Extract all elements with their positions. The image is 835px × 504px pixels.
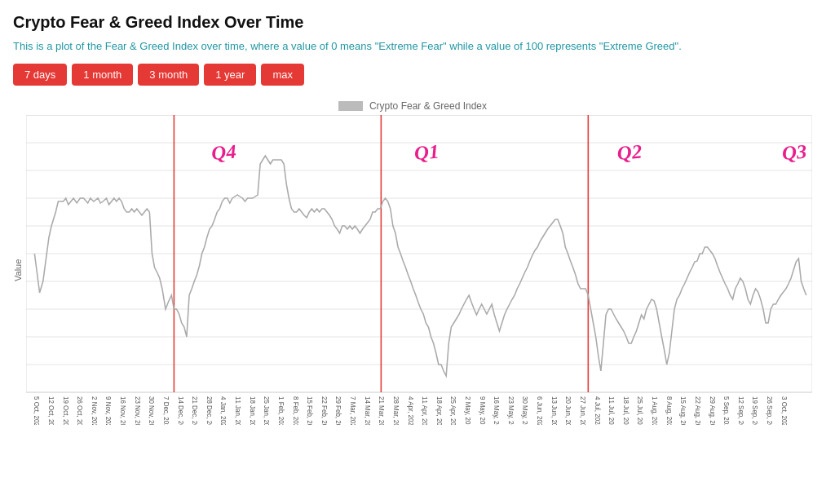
svg-text:2 Nov, 2023: 2 Nov, 2023	[91, 396, 98, 425]
chart-legend: Crypto Fear & Greed Index	[13, 100, 812, 112]
svg-text:12 Oct, 2023: 12 Oct, 2023	[47, 396, 55, 425]
svg-text:27 Jun, 2024: 27 Jun, 2024	[579, 396, 586, 425]
svg-text:14 Mar, 2024: 14 Mar, 2024	[364, 396, 371, 425]
svg-text:7 Mar, 2024: 7 Mar, 2024	[349, 396, 356, 425]
svg-text:8 Aug, 2024: 8 Aug, 2024	[665, 396, 673, 425]
chart-area: Value 0 10 20	[13, 115, 812, 428]
btn-1year[interactable]: 1 year	[204, 64, 256, 86]
svg-text:4 Jul, 2024: 4 Jul, 2024	[594, 396, 601, 425]
btn-max[interactable]: max	[261, 64, 304, 86]
svg-text:2 May, 2024: 2 May, 2024	[464, 396, 471, 425]
svg-text:23 May, 2024: 23 May, 2024	[507, 396, 515, 425]
svg-text:6 Jun, 2024: 6 Jun, 2024	[536, 396, 543, 425]
svg-text:16 Nov, 2023: 16 Nov, 2023	[119, 396, 126, 425]
svg-text:19 Sep, 2024: 19 Sep, 2024	[751, 396, 758, 425]
svg-text:26 Oct, 2023: 26 Oct, 2023	[76, 396, 83, 425]
svg-text:Q4: Q4	[210, 140, 237, 164]
btn-3month[interactable]: 3 month	[138, 64, 199, 86]
svg-text:28 Mar, 2024: 28 Mar, 2024	[392, 396, 400, 425]
y-axis-label: Value	[13, 115, 23, 425]
btn-1month[interactable]: 1 month	[72, 64, 133, 86]
svg-text:29 Feb, 2024: 29 Feb, 2024	[334, 396, 342, 425]
btn-7days[interactable]: 7 days	[13, 64, 67, 86]
svg-text:18 Apr, 2024: 18 Apr, 2024	[435, 396, 443, 425]
chart-container: Crypto Fear & Greed Index Value	[13, 100, 812, 443]
svg-text:25 Jan, 2024: 25 Jan, 2024	[263, 396, 270, 425]
svg-text:1 Feb, 2024: 1 Feb, 2024	[277, 396, 285, 425]
svg-text:11 Apr, 2024: 11 Apr, 2024	[421, 396, 428, 425]
svg-text:7 Dec, 2023: 7 Dec, 2023	[162, 396, 170, 425]
svg-text:21 Dec, 2023: 21 Dec, 2023	[191, 396, 198, 425]
legend-label: Crypto Fear & Greed Index	[369, 100, 487, 112]
svg-text:29 Aug, 2024: 29 Aug, 2024	[709, 396, 716, 425]
svg-text:Q3: Q3	[781, 140, 808, 164]
svg-text:1 Aug, 2024: 1 Aug, 2024	[651, 396, 658, 425]
svg-text:5 Oct, 2023: 5 Oct, 2023	[33, 396, 40, 425]
legend-box	[338, 101, 363, 111]
svg-text:21 Mar, 2024: 21 Mar, 2024	[378, 396, 385, 425]
svg-text:15 Aug, 2024: 15 Aug, 2024	[679, 396, 687, 425]
svg-text:25 Apr, 2024: 25 Apr, 2024	[449, 396, 457, 425]
svg-text:25 Jul, 2024: 25 Jul, 2024	[636, 396, 643, 425]
svg-text:5 Sep, 2024: 5 Sep, 2024	[722, 396, 730, 425]
svg-text:Q2: Q2	[616, 140, 643, 164]
svg-text:3 Oct, 2024: 3 Oct, 2024	[780, 396, 788, 425]
svg-text:4 Apr, 2024: 4 Apr, 2024	[406, 396, 413, 425]
svg-text:26 Sep, 2024: 26 Sep, 2024	[766, 396, 773, 425]
svg-text:8 Feb, 2024: 8 Feb, 2024	[292, 396, 299, 425]
svg-text:28 Dec, 2023: 28 Dec, 2023	[205, 396, 213, 425]
svg-text:18 Jul, 2024: 18 Jul, 2024	[622, 396, 630, 425]
page-subtitle: This is a plot of the Fear & Greed Index…	[13, 40, 822, 52]
svg-text:30 Nov, 2023: 30 Nov, 2023	[148, 396, 155, 425]
time-range-buttons: 7 days 1 month 3 month 1 year max	[13, 64, 822, 86]
svg-text:30 May, 2024: 30 May, 2024	[521, 396, 528, 425]
page-title: Crypto Fear & Greed Index Over Time	[13, 13, 822, 32]
svg-text:22 Aug, 2024: 22 Aug, 2024	[694, 396, 701, 425]
svg-text:18 Jan, 2024: 18 Jan, 2024	[249, 396, 256, 425]
svg-text:16 May, 2024: 16 May, 2024	[493, 396, 500, 425]
svg-text:13 Jun, 2024: 13 Jun, 2024	[550, 396, 558, 425]
svg-text:4 Jan, 2024: 4 Jan, 2024	[219, 396, 227, 425]
svg-text:12 Sep, 2024: 12 Sep, 2024	[737, 396, 744, 425]
main-chart-svg: 0 10 20 30 40 50 60 70 80 90 100	[26, 115, 812, 425]
svg-text:14 Dec, 2023: 14 Dec, 2023	[177, 396, 184, 425]
svg-text:9 Nov, 2023: 9 Nov, 2023	[104, 396, 112, 425]
svg-text:Q1: Q1	[413, 140, 440, 164]
svg-text:19 Oct, 2023: 19 Oct, 2023	[62, 396, 69, 425]
svg-text:22 Feb, 2024: 22 Feb, 2024	[320, 396, 328, 425]
svg-text:11 Jan, 2024: 11 Jan, 2024	[234, 396, 241, 425]
svg-text:23 Nov, 2023: 23 Nov, 2023	[134, 396, 141, 425]
svg-wrapper: 0 10 20 30 40 50 60 70 80 90 100	[26, 115, 812, 428]
svg-text:15 Feb, 2024: 15 Feb, 2024	[306, 396, 313, 425]
svg-text:9 May, 2024: 9 May, 2024	[479, 396, 486, 425]
svg-text:11 Jul, 2024: 11 Jul, 2024	[607, 396, 615, 425]
svg-text:20 Jun, 2024: 20 Jun, 2024	[564, 396, 572, 425]
